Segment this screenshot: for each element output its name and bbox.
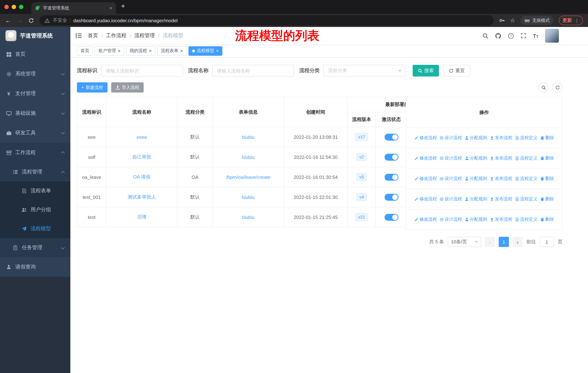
sidebar-item-process-form[interactable]: 流程表单 [0,181,70,200]
form-link[interactable]: biubiu [242,194,254,200]
sidebar-item-process-mgmt[interactable]: 流程管理 [0,162,70,181]
search-button[interactable]: 搜索 [413,65,439,77]
breadcrumb-item[interactable]: 流程管理 [135,32,155,39]
active-toggle[interactable] [384,133,398,141]
create-process-button[interactable]: + 新建流程 [77,82,107,92]
window-minimize-button[interactable] [12,5,16,9]
definition-action[interactable]: 流程定义 [515,135,537,141]
address-bar[interactable]: 不安全 dashboard.yudao.iocoder.cn/bpm/manag… [39,15,494,26]
browser-menu-icon[interactable]: ⋮ [575,18,579,23]
design-action[interactable]: 设计流程 [440,196,462,202]
publish-action[interactable]: 发布流程 [490,196,512,202]
delete-action[interactable]: 删除 [540,135,554,141]
process-category-select[interactable]: 流程分类 [323,65,405,77]
forward-icon[interactable]: → [17,17,23,23]
menu-fold-icon[interactable] [75,33,82,39]
tag-close-icon[interactable]: × [216,49,219,53]
edit-action[interactable]: 修改流程 [414,135,437,141]
help-icon[interactable]: ? [508,33,514,39]
form-link[interactable]: biubiu [242,134,254,140]
publish-action[interactable]: 发布流程 [490,155,512,161]
process-name-input[interactable] [212,65,294,77]
next-page-button[interactable]: › [513,237,523,247]
active-toggle[interactable] [384,214,398,221]
publish-action[interactable]: 发布流程 [490,216,512,222]
active-toggle[interactable] [384,194,398,201]
assign-rule-action[interactable]: 分配规则 [465,176,487,182]
delete-action[interactable]: 删除 [540,216,554,222]
edit-action[interactable]: 修改流程 [414,155,437,161]
tab-close-icon[interactable]: × [109,5,112,11]
sidebar-item-process-model[interactable]: 流程模型 [0,219,70,238]
bookmark-star-icon[interactable]: ☆ [510,17,515,24]
prev-page-button[interactable]: ‹ [485,237,495,247]
process-name-link[interactable]: 滔博 [137,214,147,220]
sidebar-item-system-mgmt[interactable]: 系统管理 [0,64,70,84]
tag-close-icon[interactable]: × [118,49,120,53]
browser-update-button[interactable]: 更新 ⋮ [559,16,583,25]
definition-action[interactable]: 流程定义 [515,176,537,182]
sidebar-item-user-group[interactable]: 用户分组 [0,200,70,219]
design-action[interactable]: 设计流程 [440,216,462,222]
design-action[interactable]: 设计流程 [440,176,462,182]
sidebar-item-home[interactable]: 首页 [0,44,70,64]
tag-close-icon[interactable]: × [149,49,152,53]
tag-home[interactable]: 首页 [77,46,93,56]
delete-action[interactable]: 删除 [540,155,554,161]
form-link[interactable]: biubiu [242,214,254,220]
reload-icon[interactable] [28,18,34,23]
sidebar-item-workflow[interactable]: 工作流程 [0,143,70,162]
toggle-search-button[interactable] [538,82,549,92]
assign-rule-action[interactable]: 分配规则 [465,196,487,202]
page-size-select[interactable]: 10条/页 [448,237,481,247]
process-name-link[interactable]: eeee [136,134,147,140]
window-zoom-button[interactable] [19,5,23,9]
delete-action[interactable]: 删除 [540,196,554,202]
sidebar-item-leave-query[interactable]: 请假查询 [0,257,70,277]
browser-tab[interactable]: 芋道管理系统 × [31,2,116,14]
sidebar-logo[interactable]: 芋道管理系统 [0,27,70,44]
tag-process-model[interactable]: 流程模型 × [189,46,222,56]
definition-action[interactable]: 流程定义 [515,155,537,161]
edit-action[interactable]: 修改流程 [414,216,437,222]
process-id-input[interactable] [101,65,183,77]
tag-my-process[interactable]: 我的流程 × [126,46,155,56]
definition-action[interactable]: 流程定义 [515,216,537,222]
sidebar-item-infrastructure[interactable]: 基础设施 [0,103,70,123]
publish-action[interactable]: 发布流程 [490,176,512,182]
breadcrumb-item[interactable]: 首页 [88,32,98,39]
sidebar-item-task-mgmt[interactable]: 任务管理 [0,238,70,257]
publish-action[interactable]: 发布流程 [490,135,512,141]
tag-close-icon[interactable]: × [180,49,183,53]
process-name-link[interactable]: 自己审批 [132,154,151,160]
active-toggle[interactable] [384,173,398,181]
edit-action[interactable]: 修改流程 [414,176,437,182]
sidebar-item-payment-mgmt[interactable]: ¥ 支付管理 [0,84,70,103]
goto-page-input[interactable] [539,237,554,247]
fullscreen-icon[interactable] [520,33,526,39]
design-action[interactable]: 设计流程 [440,155,462,161]
definition-action[interactable]: 流程定义 [515,196,537,202]
refresh-table-button[interactable] [552,82,562,92]
new-tab-button[interactable]: + [121,2,125,10]
reset-button[interactable]: 重置 [443,65,470,77]
tag-process-form[interactable]: 流程表单 × [157,46,187,56]
active-toggle[interactable] [384,153,398,161]
process-name-link[interactable]: OA 请假 [133,174,150,180]
import-process-button[interactable]: 导入流程 [111,82,144,92]
font-size-icon[interactable]: TT [533,33,538,39]
search-icon[interactable] [482,33,488,39]
form-link[interactable]: biubiu [242,154,254,160]
form-link[interactable]: /bpm/oa/leave/create [226,174,271,180]
assign-rule-action[interactable]: 分配规则 [465,135,487,141]
process-name-link[interactable]: 测试多审批人 [128,194,156,200]
password-key-icon[interactable] [499,18,505,23]
user-avatar[interactable] [545,29,559,43]
tag-tenant-mgmt[interactable]: 租户管理 × [95,46,124,56]
design-action[interactable]: 设计流程 [440,135,462,141]
assign-rule-action[interactable]: 分配规则 [465,216,487,222]
edit-action[interactable]: 修改流程 [414,196,437,202]
delete-action[interactable]: 删除 [540,176,554,182]
sidebar-item-dev-tools[interactable]: 研发工具 [0,123,70,143]
window-close-button[interactable] [4,5,9,9]
